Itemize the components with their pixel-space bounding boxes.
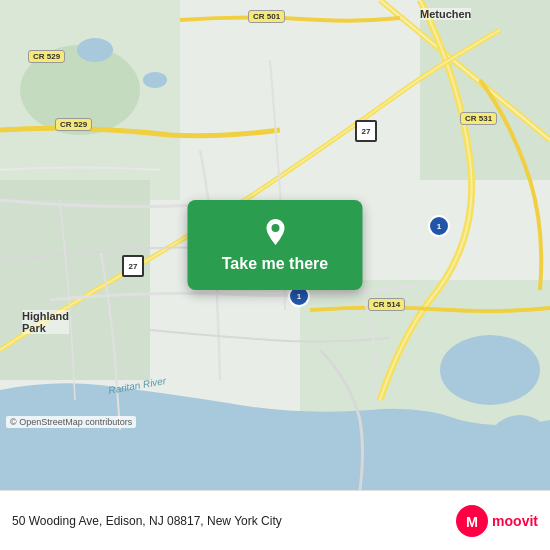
road-shield-nj27-2: 27: [122, 255, 144, 277]
road-shield-cr529-2: CR 529: [55, 118, 92, 131]
road-shield-cr529-1: CR 529: [28, 50, 65, 63]
map-container: Metuchen HighlandPark Raritan River CR 5…: [0, 0, 550, 490]
take-me-there-button[interactable]: Take me there: [188, 200, 363, 290]
city-label-metuchen: Metuchen: [420, 8, 471, 20]
moovit-logo-icon: M: [456, 505, 488, 537]
svg-point-9: [490, 415, 550, 465]
city-label-highland-park: HighlandPark: [22, 310, 69, 334]
svg-point-7: [143, 72, 167, 88]
bottom-bar: 50 Wooding Ave, Edison, NJ 08817, New Yo…: [0, 490, 550, 550]
moovit-logo: M moovit: [456, 505, 538, 537]
svg-point-6: [77, 38, 113, 62]
svg-text:M: M: [466, 513, 478, 529]
svg-point-8: [440, 335, 540, 405]
take-me-there-label: Take me there: [222, 255, 328, 273]
location-pin-icon: [259, 217, 291, 249]
address-text: 50 Wooding Ave, Edison, NJ 08817, New Yo…: [12, 514, 456, 528]
road-shield-cr501: CR 501: [248, 10, 285, 23]
road-shield-cr531: CR 531: [460, 112, 497, 125]
road-shield-nj27-1: 27: [355, 120, 377, 142]
road-shield-us1-1: 1: [428, 215, 450, 237]
svg-point-10: [271, 224, 279, 232]
road-shield-cr514: CR 514: [368, 298, 405, 311]
svg-rect-2: [0, 180, 150, 380]
moovit-text: moovit: [492, 513, 538, 529]
osm-credit: © OpenStreetMap contributors: [6, 416, 136, 428]
